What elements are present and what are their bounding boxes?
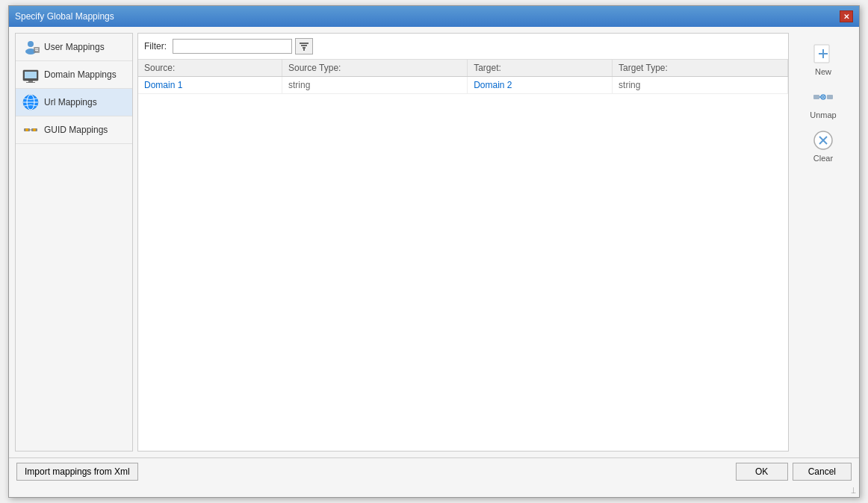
svg-rect-25	[827, 95, 833, 99]
clear-button[interactable]: Clear	[808, 125, 838, 166]
unmap-icon	[811, 85, 835, 109]
svg-point-15	[33, 128, 36, 131]
svg-rect-20	[303, 49, 305, 51]
col-source[interactable]: Source:	[138, 60, 282, 77]
table-row[interactable]: Domain 1 string Domain 2 string	[138, 77, 788, 94]
svg-rect-4	[35, 50, 38, 51]
cell-target-type: string	[613, 77, 788, 94]
sidebar-user-mappings-label: User Mappings	[44, 42, 105, 52]
dialog-footer: Import mappings from Xml OK Cancel	[9, 457, 859, 485]
new-button[interactable]: New	[808, 39, 838, 79]
svg-rect-6	[25, 72, 37, 78]
table-header-row: Source: Source Type: Target: Target Type…	[138, 60, 788, 77]
svg-rect-19	[303, 47, 306, 49]
svg-rect-8	[26, 82, 35, 83]
sidebar-url-mappings-label: Url Mappings	[44, 97, 97, 107]
close-button[interactable]: ✕	[840, 10, 853, 22]
unmap-label: Unmap	[810, 110, 836, 119]
main-content-area: Filter: Source:	[137, 33, 789, 452]
sidebar-item-url-mappings[interactable]: Url Mappings	[16, 89, 132, 116]
cell-source-type: string	[282, 77, 467, 94]
sidebar-item-guid-mappings[interactable]: GUID Mappings	[16, 116, 132, 144]
user-icon	[22, 38, 40, 56]
svg-rect-7	[28, 81, 33, 82]
mappings-table-container: Source: Source Type: Target: Target Type…	[138, 60, 788, 451]
new-label: New	[815, 67, 831, 76]
domain-icon	[22, 66, 40, 84]
col-source-type[interactable]: Source Type:	[282, 60, 467, 77]
sidebar-item-domain-mappings[interactable]: Domain Mappings	[16, 61, 132, 89]
cell-target: Domain 2	[468, 77, 613, 94]
svg-point-13	[25, 128, 28, 131]
dialog-body: User Mappings Domain Mappings	[9, 27, 859, 457]
action-panel: New Unmap	[793, 33, 853, 452]
filter-input[interactable]	[173, 39, 292, 54]
import-mappings-button[interactable]: Import mappings from Xml	[16, 463, 138, 481]
dialog-title: Specify Global Mappings	[15, 11, 114, 22]
cancel-button[interactable]: Cancel	[793, 463, 852, 481]
filter-clear-button[interactable]	[295, 38, 313, 54]
footer-buttons: OK Cancel	[736, 463, 852, 481]
cell-source: Domain 1	[138, 77, 282, 94]
svg-rect-24	[813, 95, 819, 99]
sidebar-guid-mappings-label: GUID Mappings	[44, 125, 108, 135]
clear-icon	[811, 128, 835, 152]
col-target-type[interactable]: Target Type:	[613, 60, 788, 77]
sidebar: User Mappings Domain Mappings	[15, 33, 133, 452]
mappings-table: Source: Source Type: Target: Target Type…	[138, 60, 788, 94]
col-target[interactable]: Target:	[468, 60, 613, 77]
title-bar: Specify Global Mappings ✕	[9, 6, 859, 27]
sidebar-domain-mappings-label: Domain Mappings	[44, 69, 117, 80]
guid-icon	[22, 121, 40, 139]
filter-icon	[299, 41, 309, 51]
filter-bar: Filter:	[138, 34, 788, 60]
unmap-button[interactable]: Unmap	[807, 82, 839, 122]
sidebar-item-user-mappings[interactable]: User Mappings	[16, 34, 132, 61]
svg-rect-17	[300, 43, 309, 44]
svg-rect-18	[301, 45, 307, 46]
filter-label: Filter:	[144, 41, 167, 51]
svg-point-0	[28, 41, 34, 47]
dialog-container: Specify Global Mappings ✕ User Mappings	[8, 5, 860, 498]
clear-label: Clear	[813, 154, 833, 163]
svg-rect-3	[35, 49, 38, 49]
resize-handle: ⟘	[9, 485, 859, 497]
url-icon	[22, 93, 40, 111]
new-icon	[811, 42, 835, 66]
ok-button[interactable]: OK	[736, 463, 788, 481]
